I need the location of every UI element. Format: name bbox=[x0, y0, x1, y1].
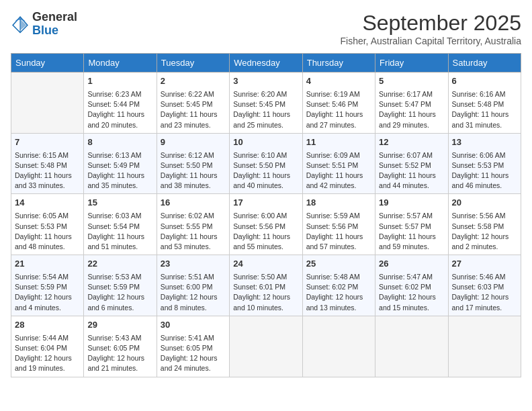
day-info: Sunrise: 6:17 AM Sunset: 5:47 PM Dayligh… bbox=[379, 89, 444, 130]
calendar-cell bbox=[11, 73, 84, 134]
day-info: Sunrise: 6:13 AM Sunset: 5:49 PM Dayligh… bbox=[87, 150, 152, 191]
day-number: 5 bbox=[379, 75, 444, 88]
calendar-cell bbox=[230, 316, 302, 377]
calendar-cell: 22Sunrise: 5:53 AM Sunset: 5:59 PM Dayli… bbox=[84, 255, 157, 316]
day-number: 2 bbox=[161, 75, 226, 88]
day-number: 1 bbox=[87, 75, 152, 88]
calendar-cell: 30Sunrise: 5:41 AM Sunset: 6:05 PM Dayli… bbox=[157, 316, 229, 377]
calendar-cell: 23Sunrise: 5:51 AM Sunset: 6:00 PM Dayli… bbox=[157, 255, 229, 316]
day-number: 15 bbox=[87, 197, 152, 210]
day-info: Sunrise: 6:23 AM Sunset: 5:44 PM Dayligh… bbox=[87, 89, 152, 130]
month-title: September 2025 bbox=[341, 11, 522, 36]
calendar-cell: 25Sunrise: 5:48 AM Sunset: 6:02 PM Dayli… bbox=[302, 255, 375, 316]
logo: General Blue bbox=[11, 11, 77, 38]
calendar-cell: 20Sunrise: 5:56 AM Sunset: 5:58 PM Dayli… bbox=[448, 194, 521, 255]
day-number: 11 bbox=[306, 136, 371, 149]
calendar-cell: 15Sunrise: 6:03 AM Sunset: 5:54 PM Dayli… bbox=[84, 194, 157, 255]
day-number: 10 bbox=[233, 136, 298, 149]
day-number: 20 bbox=[452, 197, 517, 210]
day-number: 8 bbox=[87, 136, 152, 149]
day-info: Sunrise: 5:43 AM Sunset: 6:05 PM Dayligh… bbox=[87, 333, 152, 374]
day-number: 24 bbox=[233, 258, 298, 271]
calendar-table: SundayMondayTuesdayWednesdayThursdayFrid… bbox=[11, 53, 521, 377]
calendar-cell: 5Sunrise: 6:17 AM Sunset: 5:47 PM Daylig… bbox=[375, 73, 448, 134]
week-row-3: 14Sunrise: 6:05 AM Sunset: 5:53 PM Dayli… bbox=[11, 194, 521, 255]
day-number: 26 bbox=[379, 258, 444, 271]
day-info: Sunrise: 5:46 AM Sunset: 6:03 PM Dayligh… bbox=[452, 272, 517, 313]
day-info: Sunrise: 6:22 AM Sunset: 5:45 PM Dayligh… bbox=[161, 89, 226, 130]
calendar-cell: 4Sunrise: 6:19 AM Sunset: 5:46 PM Daylig… bbox=[302, 73, 375, 134]
day-number: 19 bbox=[379, 197, 444, 210]
calendar-cell: 11Sunrise: 6:09 AM Sunset: 5:51 PM Dayli… bbox=[302, 133, 375, 194]
day-number: 6 bbox=[452, 75, 517, 88]
calendar-cell: 27Sunrise: 5:46 AM Sunset: 6:03 PM Dayli… bbox=[448, 255, 521, 316]
day-number: 16 bbox=[161, 197, 226, 210]
day-number: 28 bbox=[15, 319, 80, 332]
calendar-cell: 8Sunrise: 6:13 AM Sunset: 5:49 PM Daylig… bbox=[84, 133, 157, 194]
day-number: 13 bbox=[452, 136, 517, 149]
col-header-monday: Monday bbox=[84, 54, 157, 73]
calendar-cell: 12Sunrise: 6:07 AM Sunset: 5:52 PM Dayli… bbox=[375, 133, 448, 194]
day-info: Sunrise: 6:03 AM Sunset: 5:54 PM Dayligh… bbox=[87, 211, 152, 252]
day-number: 14 bbox=[15, 197, 80, 210]
col-header-thursday: Thursday bbox=[302, 54, 375, 73]
day-info: Sunrise: 6:10 AM Sunset: 5:50 PM Dayligh… bbox=[233, 150, 298, 191]
day-info: Sunrise: 5:47 AM Sunset: 6:02 PM Dayligh… bbox=[379, 272, 444, 313]
calendar-cell: 7Sunrise: 6:15 AM Sunset: 5:48 PM Daylig… bbox=[11, 133, 84, 194]
col-header-friday: Friday bbox=[375, 54, 448, 73]
day-info: Sunrise: 5:57 AM Sunset: 5:57 PM Dayligh… bbox=[379, 211, 444, 252]
calendar-cell: 24Sunrise: 5:50 AM Sunset: 6:01 PM Dayli… bbox=[230, 255, 302, 316]
week-row-2: 7Sunrise: 6:15 AM Sunset: 5:48 PM Daylig… bbox=[11, 133, 521, 194]
day-number: 27 bbox=[452, 258, 517, 271]
col-header-saturday: Saturday bbox=[448, 54, 521, 73]
day-number: 21 bbox=[15, 258, 80, 271]
calendar-cell: 1Sunrise: 6:23 AM Sunset: 5:44 PM Daylig… bbox=[84, 73, 157, 134]
day-number: 3 bbox=[233, 75, 298, 88]
day-info: Sunrise: 6:00 AM Sunset: 5:56 PM Dayligh… bbox=[233, 211, 298, 252]
week-row-4: 21Sunrise: 5:54 AM Sunset: 5:59 PM Dayli… bbox=[11, 255, 521, 316]
col-header-tuesday: Tuesday bbox=[157, 54, 229, 73]
day-info: Sunrise: 5:48 AM Sunset: 6:02 PM Dayligh… bbox=[306, 272, 371, 313]
calendar-cell bbox=[375, 316, 448, 377]
week-row-5: 28Sunrise: 5:44 AM Sunset: 6:04 PM Dayli… bbox=[11, 316, 521, 377]
calendar-cell: 10Sunrise: 6:10 AM Sunset: 5:50 PM Dayli… bbox=[230, 133, 302, 194]
calendar-cell: 17Sunrise: 6:00 AM Sunset: 5:56 PM Dayli… bbox=[230, 194, 302, 255]
day-number: 12 bbox=[379, 136, 444, 149]
calendar-cell: 3Sunrise: 6:20 AM Sunset: 5:45 PM Daylig… bbox=[230, 73, 302, 134]
calendar-cell: 9Sunrise: 6:12 AM Sunset: 5:50 PM Daylig… bbox=[157, 133, 229, 194]
day-number: 22 bbox=[87, 258, 152, 271]
day-info: Sunrise: 6:12 AM Sunset: 5:50 PM Dayligh… bbox=[161, 150, 226, 191]
header-row: SundayMondayTuesdayWednesdayThursdayFrid… bbox=[11, 54, 521, 73]
calendar-cell: 29Sunrise: 5:43 AM Sunset: 6:05 PM Dayli… bbox=[84, 316, 157, 377]
day-info: Sunrise: 5:44 AM Sunset: 6:04 PM Dayligh… bbox=[15, 333, 80, 374]
calendar-cell: 28Sunrise: 5:44 AM Sunset: 6:04 PM Dayli… bbox=[11, 316, 84, 377]
day-info: Sunrise: 5:54 AM Sunset: 5:59 PM Dayligh… bbox=[15, 272, 80, 313]
calendar-cell: 2Sunrise: 6:22 AM Sunset: 5:45 PM Daylig… bbox=[157, 73, 229, 134]
calendar-cell: 26Sunrise: 5:47 AM Sunset: 6:02 PM Dayli… bbox=[375, 255, 448, 316]
day-info: Sunrise: 6:16 AM Sunset: 5:48 PM Dayligh… bbox=[452, 89, 517, 130]
calendar-cell: 18Sunrise: 5:59 AM Sunset: 5:56 PM Dayli… bbox=[302, 194, 375, 255]
day-info: Sunrise: 6:09 AM Sunset: 5:51 PM Dayligh… bbox=[306, 150, 371, 191]
day-number: 17 bbox=[233, 197, 298, 210]
day-number: 18 bbox=[306, 197, 371, 210]
day-info: Sunrise: 6:15 AM Sunset: 5:48 PM Dayligh… bbox=[15, 150, 80, 191]
day-number: 25 bbox=[306, 258, 371, 271]
day-info: Sunrise: 5:50 AM Sunset: 6:01 PM Dayligh… bbox=[233, 272, 298, 313]
calendar-cell: 19Sunrise: 5:57 AM Sunset: 5:57 PM Dayli… bbox=[375, 194, 448, 255]
day-info: Sunrise: 5:56 AM Sunset: 5:58 PM Dayligh… bbox=[452, 211, 517, 252]
calendar-cell: 6Sunrise: 6:16 AM Sunset: 5:48 PM Daylig… bbox=[448, 73, 521, 134]
col-header-sunday: Sunday bbox=[11, 54, 84, 73]
calendar-cell bbox=[302, 316, 375, 377]
page-header: General Blue September 2025 Fisher, Aust… bbox=[11, 11, 521, 46]
day-info: Sunrise: 5:59 AM Sunset: 5:56 PM Dayligh… bbox=[306, 211, 371, 252]
calendar-cell bbox=[448, 316, 521, 377]
calendar-cell: 21Sunrise: 5:54 AM Sunset: 5:59 PM Dayli… bbox=[11, 255, 84, 316]
calendar-cell: 13Sunrise: 6:06 AM Sunset: 5:53 PM Dayli… bbox=[448, 133, 521, 194]
day-info: Sunrise: 6:02 AM Sunset: 5:55 PM Dayligh… bbox=[161, 211, 226, 252]
calendar-cell: 14Sunrise: 6:05 AM Sunset: 5:53 PM Dayli… bbox=[11, 194, 84, 255]
day-info: Sunrise: 6:19 AM Sunset: 5:46 PM Dayligh… bbox=[306, 89, 371, 130]
day-info: Sunrise: 6:20 AM Sunset: 5:45 PM Dayligh… bbox=[233, 89, 298, 130]
day-info: Sunrise: 5:51 AM Sunset: 6:00 PM Dayligh… bbox=[161, 272, 226, 313]
day-number: 29 bbox=[87, 319, 152, 332]
logo-icon bbox=[11, 15, 30, 34]
